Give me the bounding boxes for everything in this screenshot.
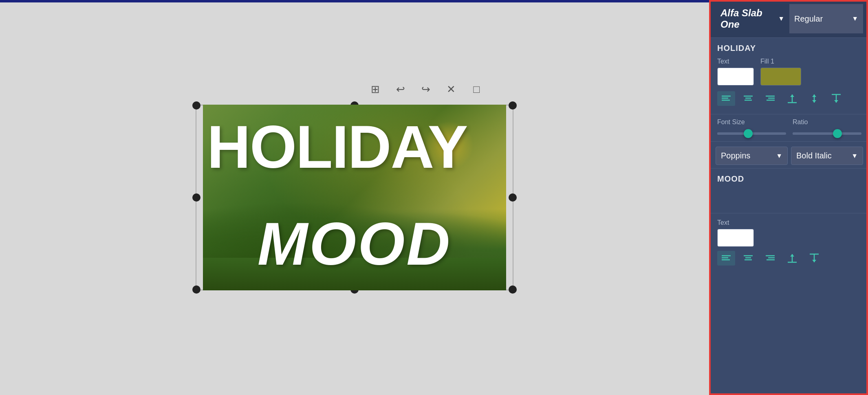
ratio-group: Ratio — [793, 118, 861, 135]
expand-icon[interactable]: □ — [467, 80, 485, 98]
font-style-chevron: ▼ — [852, 15, 858, 22]
fill1-color-label: Fill 1 — [760, 58, 801, 65]
bold-italic-select[interactable]: Bold Italic ▼ — [791, 147, 863, 165]
bottom-align-row — [717, 251, 861, 266]
font-primary-chevron: ▼ — [778, 15, 784, 22]
redo-icon[interactable]: ↪ — [417, 80, 435, 98]
bold-italic-chevron: ▼ — [851, 152, 858, 160]
holiday-section: HOLIDAY Text Fill 1 — [711, 38, 868, 114]
poppins-chevron: ▼ — [776, 152, 782, 160]
font-primary-select[interactable]: Alfa Slab One ▼ — [716, 4, 789, 33]
svg-marker-32 — [812, 260, 816, 262]
poppins-select[interactable]: Poppins ▼ — [716, 147, 788, 165]
valign-mid-btn[interactable] — [805, 91, 823, 106]
align-right-btn[interactable] — [761, 91, 779, 106]
close-icon[interactable]: ✕ — [442, 80, 460, 98]
font-row-secondary: Poppins ▼ Bold Italic ▼ — [711, 142, 868, 169]
bottom-valign-top-btn[interactable] — [783, 251, 801, 266]
mood-text: MOOD — [207, 214, 502, 274]
svg-marker-17 — [834, 100, 838, 103]
svg-marker-10 — [790, 94, 794, 97]
holiday-section-title: HOLIDAY — [717, 44, 861, 53]
text-color-group: Text — [717, 58, 754, 86]
ratio-label: Ratio — [793, 118, 861, 126]
holiday-text: HOLIDAY — [207, 117, 502, 177]
right-panel: ❯ Alfa Slab One ▼ Regular ▼ HOLIDAY Text… — [709, 0, 868, 395]
bottom-align-left-btn[interactable] — [717, 251, 735, 266]
svg-marker-14 — [812, 100, 816, 103]
mood-section: MOOD — [711, 169, 868, 213]
fill1-color-swatch[interactable] — [760, 68, 801, 86]
handle-mid-right[interactable] — [509, 193, 517, 202]
bottom-align-center-btn[interactable] — [739, 251, 757, 266]
selection-wrapper: 🔄 ⊞ ↩ ↪ ✕ □ — [196, 105, 513, 290]
font-size-group: Font Size — [717, 118, 786, 135]
bold-italic-label: Bold Italic — [796, 151, 832, 160]
handle-bot-left[interactable] — [192, 285, 200, 294]
handle-top-right[interactable] — [509, 101, 517, 110]
handle-mid-left[interactable] — [192, 193, 200, 202]
image-content: HOLIDAY MOOD — [203, 105, 506, 290]
ratio-track[interactable] — [793, 132, 861, 135]
font-size-label: Font Size — [717, 118, 786, 126]
align-row — [717, 91, 861, 106]
font-primary-label: Alfa Slab One — [720, 7, 778, 30]
grid-icon[interactable]: ⊞ — [366, 80, 384, 98]
color-row: Text Fill 1 — [717, 58, 861, 86]
poppins-label: Poppins — [721, 151, 750, 160]
handle-bot-right[interactable] — [509, 285, 517, 294]
valign-top-btn[interactable] — [783, 91, 801, 106]
text-color-swatch2[interactable] — [717, 229, 754, 247]
ratio-thumb[interactable] — [833, 129, 842, 138]
text-color-swatch[interactable] — [717, 68, 754, 86]
valign-bot-btn[interactable] — [827, 91, 845, 106]
align-center-btn[interactable] — [739, 91, 757, 106]
font-style-label: Regular — [794, 14, 823, 24]
slider-section: Font Size Ratio — [711, 114, 868, 142]
font-size-track[interactable] — [717, 132, 786, 135]
canvas-area: 🔄 ⊞ ↩ ↪ ✕ □ — [0, 0, 709, 395]
svg-marker-13 — [812, 94, 816, 97]
bottom-section: Text — [711, 213, 868, 270]
top-border — [0, 0, 709, 2]
font-style-select[interactable]: Regular ▼ — [789, 4, 863, 33]
undo-icon[interactable]: ↩ — [392, 80, 410, 98]
text-label2: Text — [717, 219, 861, 226]
handle-top-left[interactable] — [192, 101, 200, 110]
bottom-valign-bot-btn[interactable] — [805, 251, 823, 266]
mood-section-title: MOOD — [717, 174, 861, 184]
font-size-thumb[interactable] — [744, 129, 753, 138]
text-color-label: Text — [717, 58, 754, 65]
font-row-top: Alfa Slab One ▼ Regular ▼ — [711, 0, 868, 38]
bottom-align-right-btn[interactable] — [761, 251, 779, 266]
collapse-tab[interactable]: ❯ — [709, 185, 711, 210]
fill1-color-group: Fill 1 — [760, 58, 801, 86]
svg-marker-28 — [790, 254, 794, 257]
align-left-btn[interactable] — [717, 91, 735, 106]
